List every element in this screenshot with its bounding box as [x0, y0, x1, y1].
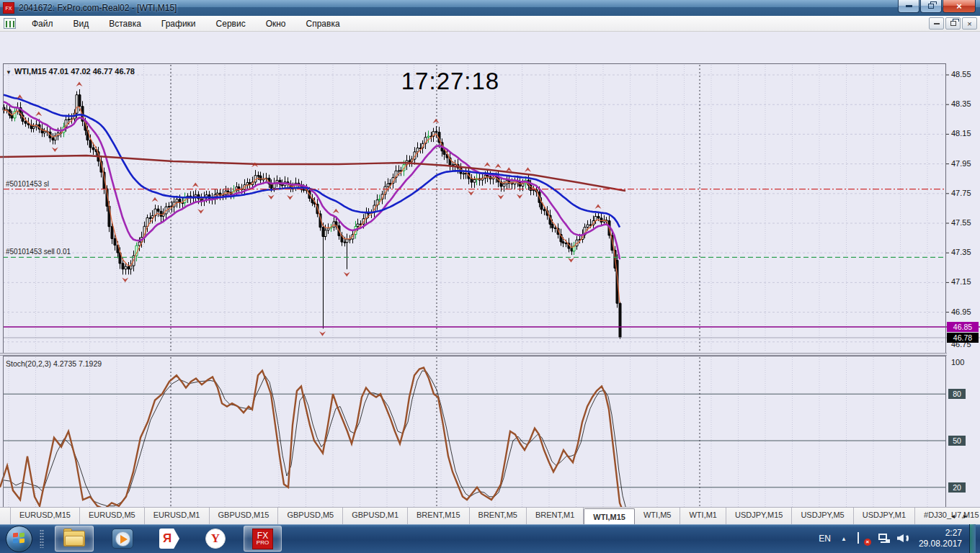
- chart-tab-USDJPY,M15[interactable]: USDJPY,M15: [726, 508, 792, 524]
- volume-icon[interactable]: [897, 532, 910, 545]
- price-axis-tick: 46.95: [951, 307, 971, 316]
- start-button[interactable]: [6, 526, 32, 552]
- folder-icon: [63, 531, 85, 547]
- menu-Справка[interactable]: Справка: [296, 17, 350, 31]
- candle-countdown-clock: 17:27:18: [389, 68, 512, 95]
- chart-tab-BRENT,M5[interactable]: BRENT,M5: [470, 508, 527, 524]
- chart-canvas[interactable]: ▼WTI,M15 47.01 47.02 46.77 46.78 17:27:1…: [0, 32, 980, 507]
- price-axis-tick: 48.15: [951, 129, 971, 138]
- price-axis-tick: 47.15: [951, 277, 971, 286]
- tray-expand-icon[interactable]: ▲: [841, 536, 847, 542]
- windows-taskbar: Я Y FXPRO EN ▲ × 2:27 29.08.2017: [0, 524, 980, 553]
- price-axis-tick: 47.95: [951, 159, 971, 168]
- stoch-level-badge: 80: [948, 389, 966, 399]
- child-minimize-button[interactable]: [929, 17, 944, 30]
- desktop: ▼WTI,M15 47.01 47.02 46.77 46.78 17:27:1…: [0, 0, 980, 553]
- fxpro-taskbar-button[interactable]: FXPRO: [244, 526, 282, 552]
- restore-button[interactable]: [920, 0, 942, 13]
- action-center-flag-icon[interactable]: ×: [857, 532, 870, 545]
- explorer-taskbar-button[interactable]: [55, 526, 94, 552]
- menu-Вставка[interactable]: Вставка: [99, 17, 151, 31]
- yandex-icon: Я: [159, 529, 179, 549]
- tab-scroll-right-icon[interactable]: ▸: [963, 512, 976, 520]
- ask-price-badge: 46.85: [947, 322, 979, 332]
- chart-window-icon[interactable]: [4, 18, 16, 29]
- chart-graphics: [0, 32, 980, 553]
- menu-Окно[interactable]: Окно: [256, 17, 296, 31]
- stoch-level-badge: 50: [948, 436, 966, 446]
- price-axis-tick: 48.35: [951, 99, 971, 108]
- stoch-axis-tick: 100: [951, 358, 964, 367]
- chart-tab-GBPUSD,M5[interactable]: GBPUSD,M5: [278, 508, 343, 524]
- menu-Сервис[interactable]: Сервис: [206, 17, 256, 31]
- tab-scroll-left-icon[interactable]: ◂: [951, 512, 963, 520]
- network-icon[interactable]: [877, 532, 890, 545]
- price-axis-tick: 47.55: [951, 218, 971, 227]
- price-axis-tick: 47.35: [951, 248, 971, 256]
- stochastic-indicator-label: Stoch(20,2,3) 4.2735 7.1929: [6, 359, 102, 368]
- stoch-level-badge: 20: [948, 482, 966, 493]
- chart-tab-bar: EURUSD,M15EURUSD,M5EURUSD,M1GBPUSD,M15GB…: [0, 507, 980, 524]
- chart-tab-WTI,M5[interactable]: WTI,M5: [635, 508, 681, 524]
- chart-tab-USDJPY,M5[interactable]: USDJPY,M5: [792, 508, 853, 524]
- child-close-button[interactable]: ×: [962, 17, 977, 30]
- chart-tab-BRENT,M1[interactable]: BRENT,M1: [527, 508, 584, 524]
- title-bar: FX 2041672: FxPro.com-Real02 - [WTI,M15]…: [0, 0, 980, 16]
- window-title: 2041672: FxPro.com-Real02 - [WTI,M15]: [19, 3, 177, 13]
- fxpro-icon: FXPRO: [252, 529, 273, 549]
- tray-clock[interactable]: 2:27 29.08.2017: [919, 528, 962, 549]
- chart-tab-USDJPY,M1[interactable]: USDJPY,M1: [854, 508, 915, 524]
- symbol-ohlc-line: ▼WTI,M15 47.01 47.02 46.77 46.78: [6, 67, 135, 76]
- chart-tab-WTI,M15[interactable]: WTI,M15: [584, 508, 635, 525]
- bid-price-badge: 46.78: [947, 333, 979, 343]
- yandex-browser-taskbar-button[interactable]: Y: [197, 526, 233, 552]
- close-button[interactable]: ×: [943, 0, 976, 13]
- pane-splitter[interactable]: [0, 353, 947, 356]
- menu-bar: ФайлВидВставкаГрафикиСервисОкноСправка ×: [0, 16, 980, 32]
- menu-Вид[interactable]: Вид: [63, 17, 99, 31]
- yandex-browser-icon: Y: [205, 529, 226, 549]
- price-axis-tick: 48.55: [951, 70, 971, 78]
- chevron-down-icon[interactable]: ▼: [6, 69, 12, 76]
- chart-tab-GBPUSD,M1[interactable]: GBPUSD,M1: [343, 508, 408, 524]
- order-line-label: #50101453 sl: [6, 180, 49, 188]
- chart-tab-BRENT,M15[interactable]: BRENT,M15: [408, 508, 470, 524]
- media-player-icon: [112, 529, 133, 549]
- chart-tab-EURUSD,M5[interactable]: EURUSD,M5: [80, 508, 145, 524]
- price-axis-tick: 47.75: [951, 189, 971, 197]
- yandex-search-taskbar-button[interactable]: Я: [151, 526, 187, 552]
- child-restore-button[interactable]: [945, 17, 961, 30]
- taskbar-separator: [40, 529, 44, 548]
- menu-Графики[interactable]: Графики: [151, 17, 206, 31]
- chart-tab-EURUSD,M1[interactable]: EURUSD,M1: [145, 508, 210, 524]
- media-player-taskbar-button[interactable]: [104, 526, 141, 552]
- order-line-label: #50101453 sell 0.01: [6, 248, 71, 256]
- chart-tab-EURUSD,M15[interactable]: EURUSD,M15: [10, 508, 80, 524]
- chart-tab-WTI,M1[interactable]: WTI,M1: [680, 508, 726, 524]
- chart-tab-GBPUSD,M15[interactable]: GBPUSD,M15: [210, 508, 279, 524]
- language-indicator[interactable]: EN: [819, 534, 831, 544]
- menu-Файл[interactable]: Файл: [22, 17, 63, 31]
- minimize-button[interactable]: [898, 0, 919, 13]
- fxpro-app-icon[interactable]: FX: [3, 2, 14, 14]
- show-desktop-button[interactable]: [969, 524, 976, 553]
